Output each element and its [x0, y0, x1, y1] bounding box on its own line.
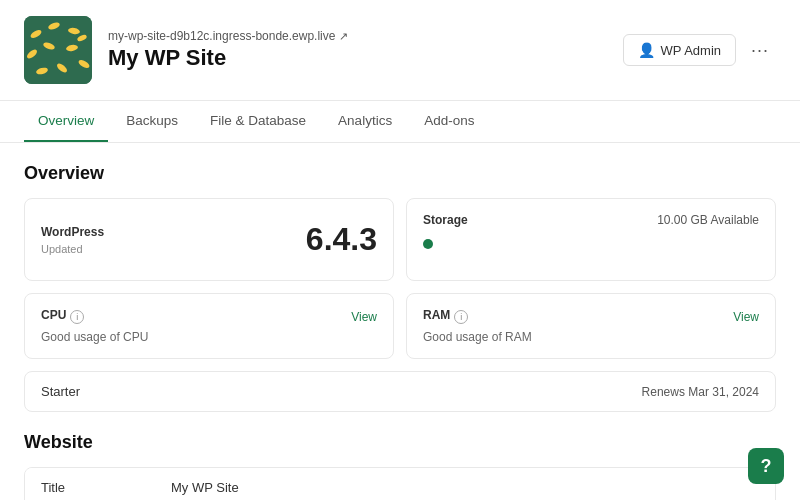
- plan-name: Starter: [41, 384, 80, 399]
- ram-label: RAM: [423, 308, 450, 322]
- tab-overview[interactable]: Overview: [24, 101, 108, 142]
- ram-info-icon[interactable]: i: [454, 310, 468, 324]
- header-actions: 👤 WP Admin ···: [623, 34, 776, 66]
- more-options-button[interactable]: ···: [744, 34, 776, 66]
- wp-card-left: WordPress Updated: [41, 225, 104, 255]
- website-title-row: Title My WP Site: [25, 468, 775, 500]
- help-label: ?: [761, 456, 772, 477]
- wordpress-label: WordPress: [41, 225, 104, 239]
- wordpress-card: WordPress Updated 6.4.3: [24, 198, 394, 281]
- cpu-card-top: CPU i View: [41, 308, 377, 326]
- storage-bar: [423, 239, 759, 249]
- cpu-ram-row: CPU i View Good usage of CPU RAM i View …: [24, 293, 776, 359]
- wordpress-version: 6.4.3: [306, 213, 377, 266]
- content-area: Overview WordPress Updated 6.4.3 Storage…: [0, 143, 800, 500]
- title-label: Title: [41, 480, 171, 495]
- wordpress-sublabel: Updated: [41, 243, 104, 255]
- ram-desc: Good usage of RAM: [423, 330, 759, 344]
- nav-tabs: Overview Backups File & Database Analyti…: [0, 101, 800, 143]
- plan-row: Starter Renews Mar 31, 2024: [24, 371, 776, 412]
- cpu-card: CPU i View Good usage of CPU: [24, 293, 394, 359]
- site-name: My WP Site: [108, 45, 607, 71]
- title-value: My WP Site: [171, 480, 759, 495]
- site-logo: [24, 16, 92, 84]
- ram-card: RAM i View Good usage of RAM: [406, 293, 776, 359]
- cpu-label-row: CPU i: [41, 308, 84, 326]
- external-link-icon[interactable]: ↗: [339, 30, 348, 43]
- cpu-desc: Good usage of CPU: [41, 330, 377, 344]
- ram-card-top: RAM i View: [423, 308, 759, 326]
- more-icon: ···: [751, 40, 769, 61]
- top-cards-row: WordPress Updated 6.4.3 Storage 10.00 GB…: [24, 198, 776, 281]
- storage-card: Storage 10.00 GB Available: [406, 198, 776, 281]
- tab-addons[interactable]: Add-ons: [410, 101, 488, 142]
- website-table: Title My WP Site Domain my-wp-site-d9b12…: [24, 467, 776, 500]
- storage-available: 10.00 GB Available: [657, 213, 759, 227]
- storage-label: Storage: [423, 213, 468, 227]
- help-button[interactable]: ?: [748, 448, 784, 484]
- wp-admin-button[interactable]: 👤 WP Admin: [623, 34, 736, 66]
- tab-analytics[interactable]: Analytics: [324, 101, 406, 142]
- website-title: Website: [24, 432, 776, 453]
- site-header: my-wp-site-d9b12c.ingress-bonde.ewp.live…: [0, 0, 800, 101]
- tab-file-database[interactable]: File & Database: [196, 101, 320, 142]
- cpu-label: CPU: [41, 308, 66, 322]
- wp-card-inner: WordPress Updated 6.4.3: [41, 213, 377, 266]
- site-info: my-wp-site-d9b12c.ingress-bonde.ewp.live…: [108, 29, 607, 71]
- overview-title: Overview: [24, 163, 776, 184]
- ram-label-row: RAM i: [423, 308, 468, 326]
- website-section: Website Title My WP Site Domain my-wp-si…: [24, 432, 776, 500]
- tab-backups[interactable]: Backups: [112, 101, 192, 142]
- ram-view-link[interactable]: View: [733, 310, 759, 324]
- plan-renew: Renews Mar 31, 2024: [642, 385, 759, 399]
- wp-admin-label: WP Admin: [661, 43, 721, 58]
- cpu-info-icon[interactable]: i: [70, 310, 84, 324]
- user-icon: 👤: [638, 42, 655, 58]
- site-url-text: my-wp-site-d9b12c.ingress-bonde.ewp.live: [108, 29, 335, 43]
- page: my-wp-site-d9b12c.ingress-bonde.ewp.live…: [0, 0, 800, 500]
- site-url: my-wp-site-d9b12c.ingress-bonde.ewp.live…: [108, 29, 607, 43]
- storage-dot: [423, 239, 433, 249]
- cpu-view-link[interactable]: View: [351, 310, 377, 324]
